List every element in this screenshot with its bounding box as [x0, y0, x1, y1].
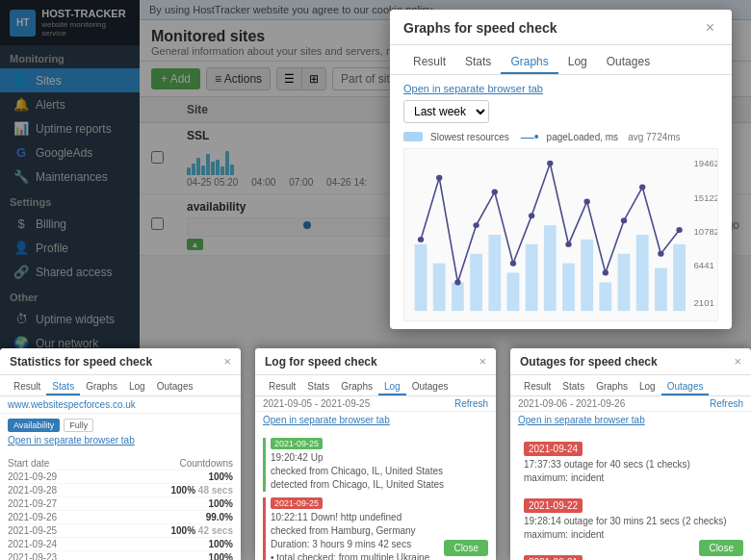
outages-open-tab[interactable]: Open in separate browser tab [510, 412, 751, 428]
graphs-modal-tabs: Result Stats Graphs Log Outages [390, 45, 732, 75]
stats-tab-graphs[interactable]: Graphs [80, 379, 123, 395]
legend-avg: avg 7724ms [628, 132, 680, 142]
log-tab-stats[interactable]: Stats [301, 379, 335, 395]
svg-rect-6 [526, 244, 538, 311]
outages-tab-stats[interactable]: Stats [557, 379, 590, 395]
outages-modal: Outages for speed check × Result Stats G… [510, 348, 751, 560]
stats-modal-body[interactable]: Start date Countdowns 2021-09-29100% 202… [0, 453, 241, 560]
svg-text:15122: 15122 [693, 194, 717, 204]
tab-graphs[interactable]: Graphs [501, 51, 557, 74]
log-tab-outages[interactable]: Outages [406, 379, 454, 395]
svg-point-29 [676, 227, 682, 233]
svg-text:2101: 2101 [693, 298, 713, 308]
svg-point-19 [492, 190, 498, 195]
stats-open-tab[interactable]: Open in separate browser tab [8, 435, 233, 445]
stats-tab-stats[interactable]: Stats [46, 379, 80, 395]
svg-rect-8 [562, 264, 575, 311]
stats-tab-log[interactable]: Log [123, 379, 151, 395]
svg-text:6441: 6441 [693, 261, 713, 270]
graphs-modal-close[interactable]: × [702, 19, 718, 37]
outage-date-1: 2021-09-24 [524, 442, 583, 456]
svg-rect-7 [544, 225, 557, 311]
outages-tab-log[interactable]: Log [634, 379, 661, 395]
list-item: 2021-09-2699.0% [8, 511, 233, 524]
stat-header-row: Start date Countdowns [8, 457, 233, 471]
list-item: 2021-09-25100% 42 secs [8, 524, 233, 538]
outages-modal-tabs: Result Stats Graphs Log Outages [510, 375, 751, 396]
svg-rect-10 [599, 282, 611, 311]
svg-point-18 [473, 222, 479, 228]
svg-text:19462: 19462 [693, 159, 717, 168]
svg-rect-14 [673, 244, 686, 311]
list-item: 2021-09-22 19:28:14 outage for 30 mins 2… [518, 495, 743, 546]
outage-date-2: 2021-09-22 [524, 498, 583, 513]
svg-point-22 [547, 161, 553, 166]
outages-close-button[interactable]: Close [699, 540, 743, 556]
svg-rect-0 [415, 244, 427, 311]
tab-outages[interactable]: Outages [597, 51, 660, 74]
graphs-modal-body: Open in separate browser tab Last week S… [390, 75, 732, 329]
log-modal: Log for speed check × Result Stats Graph… [255, 348, 496, 560]
svg-rect-4 [488, 235, 501, 311]
stats-tab-result[interactable]: Result [8, 379, 46, 395]
legend-label-slowest: Slowest resources [430, 132, 509, 142]
outages-modal-header: Outages for speed check × [510, 348, 751, 375]
graph-area: 19462 15122 10782 6441 2101 [403, 148, 718, 321]
svg-rect-2 [452, 282, 464, 311]
outages-tab-graphs[interactable]: Graphs [590, 379, 634, 395]
svg-point-17 [454, 279, 460, 285]
svg-point-21 [529, 213, 534, 218]
open-tab-link[interactable]: Open in separate browser tab [403, 83, 718, 94]
period-select[interactable]: Last week [403, 100, 489, 123]
tab-stats[interactable]: Stats [455, 51, 501, 74]
log-modal-title: Log for speed check [265, 355, 377, 369]
stats-tab-outages[interactable]: Outages [151, 379, 199, 395]
svg-point-20 [510, 261, 516, 267]
svg-rect-3 [470, 254, 482, 311]
svg-point-28 [658, 251, 663, 257]
svg-point-26 [621, 217, 627, 223]
graphs-modal: Graphs for speed check × Result Stats Gr… [390, 10, 732, 329]
stats-modal-tabs: Result Stats Graphs Log Outages [0, 375, 241, 396]
outages-refresh[interactable]: Refresh [710, 398, 743, 409]
list-item: 2021-09-28100% 48 secs [8, 484, 233, 497]
list-item: 2021-09-23100% [8, 551, 233, 560]
svg-point-27 [639, 185, 645, 191]
availability-btn[interactable]: Availability [8, 419, 60, 432]
log-close-button[interactable]: Close [444, 540, 488, 556]
log-badge-red: 2021-09-25 [271, 497, 323, 509]
svg-point-15 [418, 237, 424, 242]
legend-bar-slowest [403, 132, 423, 141]
graph-svg: 19462 15122 10782 6441 2101 [404, 149, 717, 320]
graphs-modal-title: Graphs for speed check [403, 20, 557, 36]
stats-selector: Availability Fully [8, 419, 233, 432]
tab-result[interactable]: Result [403, 51, 455, 74]
legend-label-pageloaded: pageLoaded, ms [547, 132, 619, 142]
log-tab-log[interactable]: Log [378, 379, 406, 395]
outages-tab-result[interactable]: Result [518, 379, 557, 395]
outages-modal-title: Outages for speed check [520, 355, 658, 369]
svg-rect-13 [655, 268, 667, 312]
log-tab-graphs[interactable]: Graphs [335, 379, 378, 395]
list-item: 2021-09-25 19:20:42 Upchecked from Chica… [263, 438, 488, 492]
tab-log[interactable]: Log [558, 51, 597, 74]
log-modal-tabs: Result Stats Graphs Log Outages [255, 375, 496, 396]
outages-period: 2021-09-06 - 2021-09-26 [518, 398, 625, 409]
stats-modal-url: www.websitespecforces.co.uk [0, 396, 241, 414]
log-refresh[interactable]: Refresh [454, 398, 488, 409]
svg-text:10782: 10782 [693, 227, 717, 237]
outages-modal-close[interactable]: × [734, 354, 741, 369]
graphs-modal-header: Graphs for speed check × [390, 10, 732, 45]
log-period: 2021-09-05 - 2021-09-25 [263, 398, 370, 409]
list-item: 2021-09-24 17:37:33 outage for 40 secs (… [518, 438, 743, 489]
fully-btn[interactable]: Fully [64, 419, 93, 432]
log-tab-result[interactable]: Result [263, 379, 301, 395]
log-modal-header: Log for speed check × [255, 348, 496, 375]
svg-rect-9 [581, 240, 593, 311]
log-open-tab[interactable]: Open in separate browser tab [255, 412, 496, 428]
svg-rect-5 [507, 273, 520, 312]
outages-tab-outages[interactable]: Outages [661, 379, 710, 395]
stats-modal-close[interactable]: × [223, 354, 231, 369]
stats-modal-title: Statistics for speed check [10, 355, 152, 369]
log-modal-close[interactable]: × [479, 354, 486, 369]
